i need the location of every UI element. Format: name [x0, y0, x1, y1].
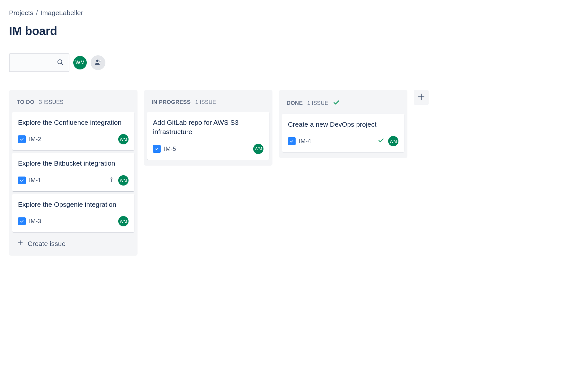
task-type-icon: [153, 145, 161, 153]
card-title: Create a new DevOps project: [288, 120, 398, 129]
card-meta-left: IM-2: [18, 135, 41, 143]
add-column-button[interactable]: [414, 90, 429, 105]
card-title: Explore the Bitbucket integration: [18, 159, 129, 168]
column-title: TO DO: [17, 99, 34, 105]
issue-card[interactable]: Explore the Opsgenie integrationIM-3WM: [12, 194, 134, 232]
card-title: Add GitLab repo for AWS S3 infrastructur…: [153, 118, 263, 137]
svg-point-2: [96, 60, 99, 62]
card-footer: IM-4WM: [288, 136, 398, 146]
card-title: Explore the Opsgenie integration: [18, 200, 129, 209]
card-key[interactable]: IM-5: [164, 145, 176, 152]
card-meta-right: WM: [118, 134, 129, 144]
card-meta-right: WM: [109, 175, 129, 186]
priority-icon: [109, 177, 114, 184]
card-meta-left: IM-5: [153, 145, 176, 153]
task-type-icon: [18, 177, 26, 184]
search-input[interactable]: [9, 53, 69, 72]
board-column: IN PROGRESS1 ISSUEAdd GitLab repo for AW…: [144, 90, 272, 166]
card-key[interactable]: IM-3: [29, 218, 41, 225]
breadcrumb-separator: /: [36, 9, 38, 17]
issue-card[interactable]: Create a new DevOps projectIM-4WM: [282, 114, 404, 152]
column-header[interactable]: DONE1 ISSUE: [282, 96, 404, 114]
board-column: TO DO3 ISSUESExplore the Confluence inte…: [9, 90, 138, 256]
card-meta-left: IM-3: [18, 217, 41, 225]
done-check-icon: [378, 137, 384, 145]
board-column: DONE1 ISSUECreate a new DevOps projectIM…: [279, 90, 407, 158]
card-meta-left: IM-1: [18, 177, 41, 184]
card-footer: IM-2WM: [18, 134, 129, 144]
task-type-icon: [18, 217, 26, 225]
task-type-icon: [288, 137, 296, 145]
task-type-icon: [18, 135, 26, 143]
create-issue-button[interactable]: Create issue: [12, 235, 134, 252]
column-count: 1 ISSUE: [195, 99, 216, 105]
board-toolbar: WM: [9, 53, 579, 72]
issue-card[interactable]: Add GitLab repo for AWS S3 infrastructur…: [147, 112, 269, 160]
breadcrumb-project-link[interactable]: ImageLabeller: [40, 9, 83, 17]
done-check-icon: [333, 99, 340, 107]
add-person-icon: [94, 58, 102, 67]
card-meta-right: WM: [253, 144, 263, 154]
column-header[interactable]: TO DO3 ISSUES: [12, 96, 134, 112]
plus-icon: [17, 239, 24, 248]
add-people-button[interactable]: [91, 55, 105, 70]
create-issue-label: Create issue: [28, 240, 66, 248]
card-key[interactable]: IM-2: [29, 136, 41, 143]
column-count: 1 ISSUE: [307, 100, 328, 106]
assignee-avatar[interactable]: WM: [118, 175, 129, 186]
svg-line-1: [61, 63, 63, 65]
column-count: 3 ISSUES: [39, 99, 64, 105]
breadcrumb-projects-link[interactable]: Projects: [9, 9, 33, 17]
search-icon: [57, 59, 64, 67]
card-key[interactable]: IM-1: [29, 177, 41, 184]
assignee-avatar[interactable]: WM: [253, 144, 263, 154]
breadcrumb: Projects / ImageLabeller: [9, 9, 579, 17]
card-footer: IM-5WM: [153, 144, 263, 154]
assignee-avatar[interactable]: WM: [118, 134, 129, 144]
column-title: IN PROGRESS: [152, 99, 191, 105]
card-footer: IM-1WM: [18, 175, 129, 186]
user-avatar[interactable]: WM: [73, 56, 87, 69]
plus-icon: [417, 92, 426, 103]
card-meta-right: WM: [378, 136, 398, 146]
svg-point-3: [111, 177, 112, 179]
kanban-board: TO DO3 ISSUESExplore the Confluence inte…: [9, 90, 579, 256]
issue-card[interactable]: Explore the Bitbucket integrationIM-1WM: [12, 153, 134, 191]
issue-card[interactable]: Explore the Confluence integrationIM-2WM: [12, 112, 134, 150]
card-meta-left: IM-4: [288, 137, 311, 145]
column-header[interactable]: IN PROGRESS1 ISSUE: [147, 96, 269, 112]
assignee-avatar[interactable]: WM: [388, 136, 398, 146]
column-title: DONE: [287, 100, 303, 106]
assignee-avatar[interactable]: WM: [118, 216, 129, 226]
card-footer: IM-3WM: [18, 216, 129, 226]
svg-point-0: [58, 60, 62, 64]
card-meta-right: WM: [118, 216, 129, 226]
card-key[interactable]: IM-4: [299, 138, 311, 145]
card-title: Explore the Confluence integration: [18, 118, 129, 127]
board-title: IM board: [9, 24, 579, 38]
